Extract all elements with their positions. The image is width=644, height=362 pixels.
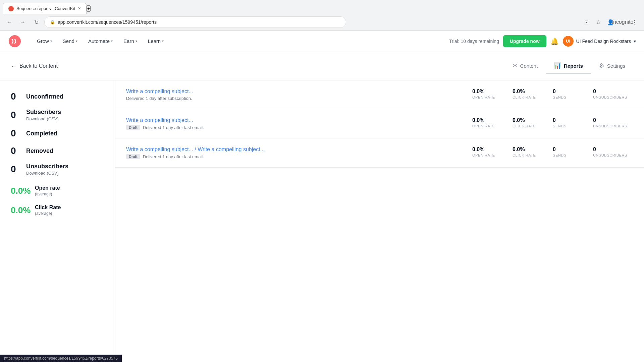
click-rate-val: 0.0% bbox=[513, 146, 539, 153]
nav-grow[interactable]: Grow ▾ bbox=[32, 36, 57, 47]
address-bar: ← → ↻ 🔒 app.convertkit.com/sequences/159… bbox=[0, 14, 644, 30]
unsubs-col: 0 UNSUBSCRIBERS bbox=[593, 146, 627, 157]
open-rate-stat: 0.0% Open rate (average) bbox=[11, 185, 104, 196]
learn-chevron: ▾ bbox=[162, 39, 164, 43]
content-tab-label: Content bbox=[520, 63, 538, 69]
new-tab-button[interactable]: + bbox=[87, 5, 91, 12]
sends-lbl: SENDS bbox=[553, 124, 580, 128]
convertkit-logo[interactable] bbox=[8, 35, 21, 48]
click-rate-lbl: CLICK RATE bbox=[513, 124, 539, 128]
tab-title: Sequence reports - ConvertKit bbox=[16, 6, 75, 11]
notifications-bell-icon[interactable]: 🔔 bbox=[550, 37, 559, 45]
email-meta-3: Draft Delivered 1 day after last email. bbox=[126, 154, 472, 159]
nav-items: Grow ▾ Send ▾ Automate ▾ Earn ▾ Learn ▾ bbox=[32, 36, 449, 47]
subscribers-stat: 0 Subscribers Download (CSV) bbox=[11, 109, 104, 121]
active-tab[interactable]: Sequence reports - ConvertKit ✕ bbox=[3, 3, 87, 14]
reports-tab-label: Reports bbox=[564, 63, 583, 69]
click-rate-val: 0.0% bbox=[513, 88, 539, 95]
bookmark-icon[interactable]: ☆ bbox=[593, 17, 604, 27]
forward-button[interactable]: → bbox=[17, 17, 28, 27]
page-header: ← Back to Content ✉ Content 📊 Reports ⚙ … bbox=[0, 52, 644, 80]
back-button[interactable]: ← bbox=[4, 17, 15, 27]
settings-tab-icon: ⚙ bbox=[599, 62, 604, 69]
address-input[interactable]: 🔒 app.convertkit.com/sequences/1599451/r… bbox=[44, 16, 346, 28]
tab-close-icon[interactable]: ✕ bbox=[78, 6, 81, 11]
unsubs-val: 0 bbox=[593, 146, 627, 153]
open-rate-val: 0.0% bbox=[472, 146, 499, 153]
click-rate-value: 0.0% bbox=[11, 205, 31, 216]
user-avatar: UI bbox=[563, 36, 574, 47]
nav-earn[interactable]: Earn ▾ bbox=[119, 36, 142, 47]
back-to-content-link[interactable]: ← Back to Content bbox=[11, 63, 58, 70]
open-rate-val: 0.0% bbox=[472, 88, 499, 95]
open-rate-col: 0.0% OPEN RATE bbox=[472, 146, 499, 157]
status-bar: https://app.convertkit.com/sequences/159… bbox=[0, 355, 122, 362]
click-rate-stat: 0.0% Click Rate (average) bbox=[11, 204, 104, 216]
open-rate-lbl: OPEN RATE bbox=[472, 153, 499, 157]
draft-badge: Draft bbox=[126, 154, 140, 159]
sends-col: 0 SENDS bbox=[553, 88, 580, 99]
main-layout: 0 Unconfirmed 0 Subscribers Download (CS… bbox=[0, 80, 644, 362]
email-subject-1[interactable]: Write a compelling subject... bbox=[126, 88, 472, 95]
page-tabs: ✉ Content 📊 Reports ⚙ Settings bbox=[504, 59, 633, 73]
open-rate-label: Open rate bbox=[35, 185, 60, 191]
user-menu[interactable]: UI UI Feed Design Rockstars ▾ bbox=[563, 36, 636, 47]
settings-tab-label: Settings bbox=[607, 63, 625, 69]
completed-label: Completed bbox=[26, 130, 57, 137]
draft-badge: Draft bbox=[126, 125, 140, 130]
more-options-icon[interactable]: ⋮ bbox=[629, 17, 640, 27]
click-rate-val: 0.0% bbox=[513, 117, 539, 123]
email-subject-2[interactable]: Write a compelling subject... bbox=[126, 117, 472, 123]
removed-count: 0 bbox=[11, 145, 21, 156]
svg-point-0 bbox=[9, 7, 13, 10]
nav-send[interactable]: Send ▾ bbox=[58, 36, 82, 47]
back-arrow-icon: ← bbox=[11, 63, 17, 70]
open-rate-col: 0.0% OPEN RATE bbox=[472, 88, 499, 99]
tab-reports[interactable]: 📊 Reports bbox=[546, 59, 591, 73]
open-rate-lbl: OPEN RATE bbox=[472, 124, 499, 128]
content-area: Write a compelling subject... Delivered … bbox=[115, 80, 644, 362]
lock-icon: 🔒 bbox=[50, 20, 55, 24]
unsubs-val: 0 bbox=[593, 88, 627, 95]
automate-chevron: ▾ bbox=[111, 39, 113, 43]
unsubs-lbl: UNSUBSCRIBERS bbox=[593, 153, 627, 157]
email-info: Write a compelling subject... Draft Deli… bbox=[126, 117, 472, 130]
sends-col: 0 SENDS bbox=[553, 146, 580, 157]
back-label: Back to Content bbox=[19, 63, 58, 69]
open-rate-val: 0.0% bbox=[472, 117, 499, 123]
email-stats-2: 0.0% OPEN RATE 0.0% CLICK RATE 0 SENDS 0… bbox=[472, 117, 633, 128]
email-info: Write a compelling subject... Delivered … bbox=[126, 88, 472, 101]
completed-stat: 0 Completed bbox=[11, 128, 104, 139]
click-rate-lbl: CLICK RATE bbox=[513, 153, 539, 157]
click-rate-col: 0.0% CLICK RATE bbox=[513, 117, 539, 128]
subscribers-download-csv[interactable]: Download (CSV) bbox=[26, 116, 61, 121]
email-meta-1: Delivered 1 day after subscription. bbox=[126, 96, 472, 101]
sidebar: 0 Unconfirmed 0 Subscribers Download (CS… bbox=[0, 80, 115, 362]
email-subject-3[interactable]: Write a compelling subject... / Write a … bbox=[126, 146, 472, 153]
nav-automate[interactable]: Automate ▾ bbox=[84, 36, 117, 47]
unsubs-val: 0 bbox=[593, 117, 627, 123]
open-rate-lbl: OPEN RATE bbox=[472, 95, 499, 99]
reload-button[interactable]: ↻ bbox=[31, 17, 42, 27]
status-url: https://app.convertkit.com/sequences/159… bbox=[4, 356, 118, 361]
grow-chevron: ▾ bbox=[50, 39, 52, 43]
unsubscribers-download-csv[interactable]: Download (CSV) bbox=[26, 171, 68, 176]
open-rate-sublabel: (average) bbox=[35, 192, 60, 196]
sends-val: 0 bbox=[553, 146, 580, 153]
reports-tab-icon: 📊 bbox=[554, 62, 561, 69]
tab-content[interactable]: ✉ Content bbox=[504, 59, 546, 73]
sends-lbl: SENDS bbox=[553, 95, 580, 99]
send-chevron: ▾ bbox=[76, 39, 77, 43]
nav-right: Trial: 10 days remaining Upgrade now 🔔 U… bbox=[449, 35, 636, 47]
click-rate-label: Click Rate bbox=[35, 204, 61, 210]
sends-val: 0 bbox=[553, 88, 580, 95]
incognito-label[interactable]: Incognito bbox=[617, 17, 628, 27]
user-chevron: ▾ bbox=[634, 39, 636, 44]
tab-settings[interactable]: ⚙ Settings bbox=[591, 59, 633, 73]
open-rate-value: 0.0% bbox=[11, 186, 31, 196]
unsubs-lbl: UNSUBSCRIBERS bbox=[593, 124, 627, 128]
user-name: UI Feed Design Rockstars bbox=[576, 39, 631, 44]
upgrade-button[interactable]: Upgrade now bbox=[503, 35, 546, 47]
cast-icon[interactable]: ⊡ bbox=[581, 17, 592, 27]
nav-learn[interactable]: Learn ▾ bbox=[143, 36, 168, 47]
